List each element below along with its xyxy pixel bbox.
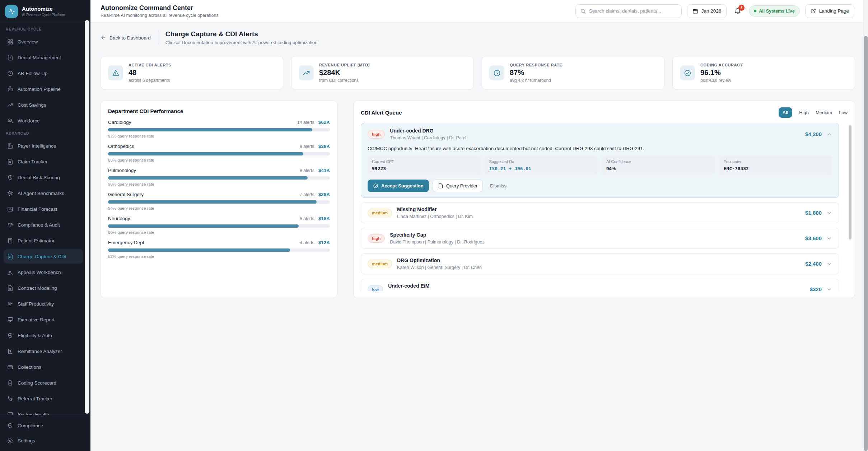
sidebar-item-compliance-audit[interactable]: Compliance & Audit (4, 218, 83, 232)
gavel-icon (7, 269, 13, 275)
notification-badge: 3 (738, 5, 745, 11)
sidebar-item-ai-agent-benchmarks[interactable]: AI Agent Benchmarks (4, 186, 83, 200)
sidebar-item-system-health[interactable]: System Health (4, 407, 83, 415)
sidebar-item-label: Executive Report (18, 317, 55, 322)
alert-card-header[interactable]: medium DRG Optimization Karen Wilson | G… (361, 254, 839, 274)
page-scrollbar-thumb[interactable] (864, 36, 868, 451)
sidebar-item-denial-risk-scoring[interactable]: Denial Risk Scoring (4, 170, 83, 185)
alert-description: CC/MCC opportunity: Heart failure with a… (361, 145, 839, 151)
sidebar-item-remittance-analyzer[interactable]: Remittance Analyzer (4, 344, 83, 358)
clipboard-icon (7, 380, 13, 386)
landing-page-button[interactable]: Landing Page (805, 4, 854, 18)
filter-all[interactable]: All (779, 107, 793, 118)
sidebar-item-label: Claim Tracker (18, 159, 47, 164)
filter-high[interactable]: High (799, 110, 809, 115)
query-provider-button[interactable]: Query Provider (433, 180, 483, 192)
sidebar-item-eligibility-auth[interactable]: Eligibility & Auth (4, 328, 83, 343)
detail-suggested-dx: Suggested Dx I50.21 + J96.01 (485, 156, 598, 175)
header-title: Autonomize Command Center (101, 4, 219, 12)
sidebar-item-claim-tracker[interactable]: Claim Tracker (4, 154, 83, 169)
alert-card-header[interactable]: high Under-coded DRG Thomas Wright | Car… (361, 123, 839, 145)
alert-amount: $4,200 (805, 131, 822, 137)
sidebar-item-label: Staff Productivity (18, 301, 54, 307)
sidebar-item-collections[interactable]: Collections (4, 360, 83, 374)
sidebar-item-label: Overview (18, 39, 38, 45)
response-rate-bar (108, 224, 330, 228)
department-alert-count: 6 alerts (300, 216, 314, 221)
page-scrollbar[interactable] (863, 0, 868, 451)
alert-meta: David Thompson | Pulmonology | Dr. Rodri… (390, 240, 484, 245)
sidebar-item-executive-report[interactable]: Executive Report (4, 312, 83, 327)
stat-cards-row: ACTIVE CDI ALERTS 48 across 6 department… (101, 56, 855, 90)
sidebar-item-label: Payer Intelligence (18, 143, 56, 149)
sidebar-item-payer-intelligence[interactable]: Payer Intelligence (4, 139, 83, 153)
sidebar-item-referral-tracker[interactable]: Referral Tracker (4, 391, 83, 406)
sidebar-section-label: ADVANCED (6, 131, 81, 135)
queue-scrollbar[interactable] (849, 125, 851, 293)
department-row-neurology: Neurology 6 alerts $18K 86% query respon… (108, 216, 330, 234)
page-subtitle: Clinical Documentation Improvement with … (165, 40, 317, 45)
sidebar-item-patient-estimator[interactable]: Patient Estimator (4, 233, 83, 248)
sidebar-item-label: Cost Savings (18, 102, 46, 108)
header-subtitle: Real-time AI monitoring across all reven… (101, 13, 219, 18)
alert-card-specificity-gap: high Specificity Gap David Thompson | Pu… (361, 228, 839, 249)
sidebar-item-denial-management[interactable]: Denial Management (4, 50, 83, 65)
stat-value: 87% (510, 69, 562, 77)
file-text-icon (7, 285, 13, 291)
detail-value: 94% (606, 166, 711, 171)
stat-subtext: avg 4.2 hr turnaround (510, 78, 562, 83)
check-circle-icon (373, 183, 378, 189)
alert-amount: $320 (810, 286, 822, 291)
date-picker-button[interactable]: Jan 2026 (687, 4, 727, 18)
sidebar-item-label: Automation Pipeline (18, 87, 61, 92)
filter-medium[interactable]: Medium (816, 110, 832, 115)
sidebar-item-settings[interactable]: Settings (4, 434, 87, 447)
detail-label: Encounter (724, 159, 828, 164)
detail-label: AI Confidence (606, 159, 711, 164)
response-rate-label: 88% query response rate (108, 158, 330, 162)
calendar-icon (692, 8, 698, 14)
department-list: Cardiology 14 alerts $62K 92% query resp… (108, 120, 330, 259)
search-input[interactable] (589, 8, 677, 14)
sidebar-item-coding-scorecard[interactable]: Coding Scorecard (4, 376, 83, 390)
filter-low[interactable]: Low (839, 110, 848, 115)
alert-card-header[interactable]: medium Missing Modifier Linda Martinez |… (361, 203, 839, 223)
alert-title: Under-coded E/M (388, 283, 465, 289)
search-box[interactable] (575, 4, 682, 18)
notifications-button[interactable]: 3 (734, 8, 741, 15)
department-value: $18K (318, 216, 330, 221)
sidebar-item-staff-productivity[interactable]: Staff Productivity (4, 297, 83, 311)
shield-plus-icon (7, 333, 13, 339)
sidebar-item-contract-modeling[interactable]: Contract Modeling (4, 281, 83, 295)
sidebar-item-label: Compliance (18, 423, 43, 428)
dismiss-button[interactable]: Dismiss (486, 180, 510, 192)
sidebar-scrollbar[interactable] (85, 20, 89, 414)
department-row-pulmonology: Pulmonology 8 alerts $41K 90% query resp… (108, 168, 330, 186)
department-row-emergency-dept: Emergency Dept 4 alerts $12K 82% query r… (108, 240, 330, 259)
detail-current-cpt: Current CPT 99223 (368, 156, 481, 175)
main-area: Autonomize Command Center Real-time AI m… (90, 0, 868, 451)
sidebar-item-cost-savings[interactable]: Cost Savings (4, 98, 83, 112)
sidebar-item-financial-forecast[interactable]: Financial Forecast (4, 202, 83, 216)
sidebar-item-workforce[interactable]: Workforce (4, 113, 83, 128)
sidebar-item-compliance[interactable]: Compliance (4, 419, 87, 432)
back-to-dashboard-link[interactable]: Back to Dashboard (101, 35, 151, 41)
trending-up-icon (299, 65, 314, 80)
alert-detail-boxes: Current CPT 99223 Suggested Dx I50.21 + … (361, 151, 839, 175)
trending-up-icon (7, 102, 13, 108)
accept-suggestion-button[interactable]: Accept Suggestion (368, 180, 429, 192)
department-alert-count: 7 alerts (300, 192, 314, 197)
sidebar-item-charge-capture-cdi[interactable]: Charge Capture & CDI (4, 249, 83, 264)
sidebar-item-automation-pipeline[interactable]: Automation Pipeline (4, 82, 83, 96)
sidebar-item-overview[interactable]: Overview (4, 34, 83, 49)
sidebar-item-ar-follow-up[interactable]: AR Follow-Up (4, 66, 83, 80)
department-row-general-surgery: General Surgery 7 alerts $28K 94% query … (108, 192, 330, 210)
alert-card-header[interactable]: low Under-coded E/M Michael Brown | Neur… (361, 279, 839, 291)
queue-scrollbar-thumb[interactable] (849, 125, 851, 240)
detail-value: I50.21 + J96.01 (489, 166, 594, 171)
sidebar-item-appeals-workbench[interactable]: Appeals Workbench (4, 265, 83, 279)
stat-subtext: from CDI corrections (319, 78, 370, 83)
file-alert-icon (7, 55, 13, 61)
shield-alert-icon (7, 175, 13, 181)
alert-card-header[interactable]: high Specificity Gap David Thompson | Pu… (361, 228, 839, 248)
